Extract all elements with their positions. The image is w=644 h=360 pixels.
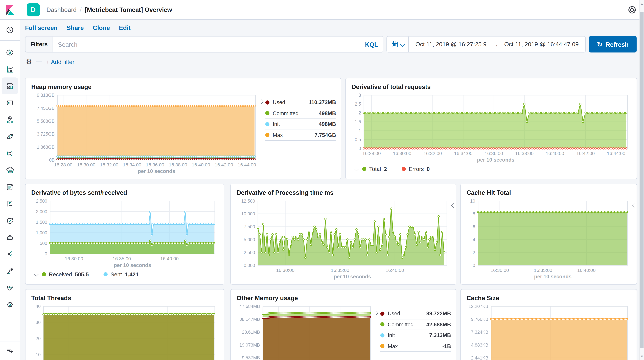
sidebar-item-stack-monitoring[interactable] (0, 279, 20, 296)
legend-expand-icon[interactable] (632, 203, 636, 208)
sidebar-item-metrics[interactable] (0, 162, 20, 178)
legend-item-max[interactable]: Max7.754GB (265, 130, 336, 141)
legend-collapse-icon[interactable] (354, 167, 359, 171)
sidebar-item-apm[interactable] (0, 195, 20, 212)
total-requests-chart[interactable]: 00.511.522.5316:28:0016:30:0016:32:0016:… (351, 92, 632, 163)
svg-text:2,500: 2,500 (36, 199, 47, 204)
legend-item-init[interactable]: Init7.313MB (380, 330, 451, 341)
bytes-chart[interactable]: 05001,0001,5002,0002,50016:30:0016:35:00… (30, 197, 219, 268)
refresh-button[interactable]: ↻ Refresh (589, 36, 636, 52)
svg-text:16:38:00: 16:38:00 (515, 151, 534, 156)
svg-text:40: 40 (36, 304, 41, 309)
sidebar-item-graph[interactable] (0, 145, 20, 162)
filter-options-gear-icon[interactable]: ⚙ (26, 57, 32, 66)
svg-text:47.684MB: 47.684MB (240, 304, 260, 309)
clone-button[interactable]: Clone (93, 24, 110, 31)
legend-item-sent[interactable]: Sent1,421 (104, 271, 139, 277)
legend-item-committed[interactable]: Committed42.688MB (380, 319, 451, 330)
legend-item-errors[interactable]: Errors0 (402, 166, 430, 172)
legend-item-committed[interactable]: Committed498MB (265, 108, 336, 119)
panel-title: Cache Hit Total (466, 189, 632, 196)
sidebar-item-recently-viewed[interactable] (0, 20, 20, 40)
cache-hit-chart[interactable]: 024681016:30:0016:35:0016:40:00per 10 se… (466, 197, 632, 280)
total-threads-chart[interactable]: 01020304016:30:0016:35:0016:40:00per 10 … (30, 303, 219, 360)
heap-memory-chart[interactable]: 0B1.863GB3.725GB5.588GB7.451GB9.313GB16:… (30, 92, 260, 175)
scroll-up-icon[interactable]: ▲ (640, 1, 644, 6)
kql-button[interactable]: KQL (360, 41, 383, 48)
kibana-logo[interactable] (0, 0, 20, 19)
legend-expand-icon[interactable] (451, 203, 456, 208)
scrollbar-thumb[interactable] (640, 12, 644, 348)
legend-item-total[interactable]: Total2 (362, 166, 387, 172)
search-input[interactable] (53, 41, 360, 48)
svg-text:3: 3 (358, 93, 361, 98)
svg-text:3.725GB: 3.725GB (37, 132, 54, 137)
calendar-icon (391, 40, 398, 48)
filters-button[interactable]: Filters (26, 36, 53, 52)
legend-item-received[interactable]: Received505.5 (42, 271, 89, 277)
series-dot (42, 272, 46, 276)
sidebar-item-dashboard[interactable] (2, 77, 18, 94)
sidebar-item-siem[interactable] (0, 229, 20, 245)
svg-text:16:30:00: 16:30:00 (77, 162, 95, 168)
full-screen-button[interactable]: Full screen (25, 24, 58, 31)
breadcrumb: Dashboard / [Metricbeat Tomcat] Overview (46, 6, 620, 13)
sidebar-item-canvas[interactable] (0, 94, 20, 111)
page-scrollbar[interactable]: ▲ ▼ (640, 0, 644, 360)
sidebar-item-dev-tools[interactable] (0, 262, 20, 279)
svg-text:16:40:00: 16:40:00 (577, 268, 596, 273)
date-range-end[interactable]: Oct 11, 2019 @ 16:44:47.09 (504, 41, 579, 48)
calendar-button[interactable] (387, 36, 409, 52)
legend-item-used[interactable]: Used110.372MB (265, 97, 336, 108)
svg-text:1,500: 1,500 (36, 220, 47, 225)
svg-text:16:44:00: 16:44:00 (238, 162, 256, 168)
space-badge[interactable]: D (27, 3, 40, 16)
svg-text:5.000: 5.000 (244, 237, 255, 242)
date-range-start[interactable]: Oct 11, 2019 @ 16:27:25.9 (415, 41, 486, 48)
scroll-down-icon[interactable]: ▼ (640, 354, 644, 359)
share-button[interactable]: Share (67, 24, 84, 31)
sidebar-item-code[interactable] (0, 245, 20, 262)
svg-text:16:40:00: 16:40:00 (546, 151, 564, 156)
sidebar-item-uptime[interactable] (0, 212, 20, 229)
cache-size-chart[interactable]: 0B2.441KB4.883KB7.324KB9.766KB12.207KB16… (466, 303, 632, 360)
sidebar-item-visualize[interactable] (0, 61, 20, 77)
heart-pulse-icon (6, 284, 14, 292)
sidebar-item-logs[interactable] (0, 178, 20, 195)
series-dot (402, 167, 406, 171)
series-dot (380, 333, 384, 337)
filter-controls: ⚙ + Add filter (20, 52, 644, 66)
sidebar-item-management[interactable] (0, 296, 20, 313)
svg-text:16:42:00: 16:42:00 (576, 151, 595, 156)
legend-expand-icon[interactable] (259, 99, 264, 104)
breadcrumb-separator: / (80, 6, 82, 13)
svg-text:1: 1 (358, 128, 361, 133)
help-icon[interactable] (628, 5, 636, 14)
svg-text:10: 10 (470, 199, 475, 204)
svg-text:2.5: 2.5 (355, 102, 361, 107)
legend-item-used[interactable]: Used39.722MB (380, 308, 451, 319)
sidebar-item-machine-learning[interactable] (0, 128, 20, 145)
map-pin-icon (6, 116, 14, 124)
svg-text:16:36:00: 16:36:00 (146, 162, 164, 168)
breadcrumb-dashboard[interactable]: Dashboard (46, 6, 76, 13)
compass-icon (6, 48, 14, 56)
legend-item-max[interactable]: Max-1B (380, 341, 451, 352)
add-filter-button[interactable]: + Add filter (46, 58, 74, 65)
sidebar-item-discover[interactable] (0, 44, 20, 61)
other-memory-chart[interactable]: 0B9.537MB19.073MB28.61MB38.147MB47.684MB… (236, 303, 374, 360)
cloud-server-icon (6, 166, 14, 174)
sidebar-collapse-button[interactable] (0, 342, 20, 358)
legend-collapse-icon[interactable] (34, 272, 38, 277)
dashboard-icon (6, 82, 14, 90)
uptime-arrow-icon (6, 216, 14, 224)
legend-item-init[interactable]: Init498MB (265, 119, 336, 130)
legend-expand-icon[interactable] (374, 311, 378, 315)
panel-cache-hit-total: Cache Hit Total 024681016:30:0016:35:001… (460, 184, 637, 285)
lock-case-icon (6, 233, 14, 241)
edit-button[interactable]: Edit (119, 24, 130, 31)
series-dot (380, 312, 384, 316)
sidebar-item-maps[interactable] (0, 111, 20, 128)
processing-time-chart[interactable]: 0.0002.5005.0007.50010.00012.50016:30:00… (236, 197, 451, 280)
top-navbar: D Dashboard / [Metricbeat Tomcat] Overvi… (0, 0, 644, 20)
